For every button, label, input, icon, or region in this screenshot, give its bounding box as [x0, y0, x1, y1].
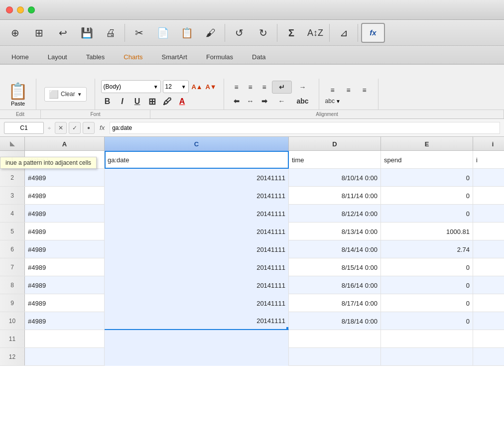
cell-e6[interactable]: 2.74: [381, 240, 473, 258]
cell-f7[interactable]: [473, 258, 504, 276]
col-header-d[interactable]: D: [289, 137, 381, 151]
grid-button[interactable]: ⊞: [28, 23, 50, 43]
cell-a7[interactable]: #4989: [25, 258, 105, 276]
align-top-left-button[interactable]: ≡: [230, 81, 243, 94]
minimize-button[interactable]: [17, 6, 24, 13]
cell-f5[interactable]: [473, 223, 504, 240]
align-center-button[interactable]: ↔: [244, 95, 257, 108]
cell-reference-box[interactable]: C1: [4, 122, 44, 134]
row-header-11[interactable]: 11: [0, 330, 25, 347]
cell-e3[interactable]: 0: [381, 187, 473, 205]
font-size-select[interactable]: 12 ▼: [163, 80, 189, 93]
row-header-12[interactable]: 12: [0, 348, 25, 365]
undo-button[interactable]: ↺: [228, 23, 250, 43]
cell-e8[interactable]: 0: [381, 276, 473, 294]
tab-formulas[interactable]: Formulas: [197, 50, 243, 65]
tab-data[interactable]: Data: [243, 50, 275, 65]
print-button[interactable]: 🖨: [100, 23, 122, 43]
cell-e1[interactable]: spend: [381, 151, 473, 169]
underline-button[interactable]: U: [131, 95, 144, 108]
paste-button[interactable]: 📋 Paste: [8, 82, 28, 107]
col-header-f[interactable]: i: [473, 137, 504, 151]
row-header-8[interactable]: 8: [0, 276, 25, 294]
cell-c4[interactable]: 20141111: [105, 205, 289, 223]
cell-f12[interactable]: [473, 348, 504, 366]
indent-right-button[interactable]: →: [293, 81, 313, 94]
cell-c11[interactable]: [105, 330, 289, 348]
row-header-3[interactable]: 3: [0, 187, 25, 204]
cell-e12[interactable]: [381, 348, 473, 366]
cell-a3[interactable]: #4989: [25, 187, 105, 205]
accept-formula-button[interactable]: ✓: [69, 122, 81, 134]
cell-e9[interactable]: 0: [381, 294, 473, 312]
cell-f4[interactable]: [473, 205, 504, 223]
cell-d6[interactable]: 8/14/14 0:00: [289, 240, 381, 258]
cell-a11[interactable]: [25, 330, 105, 348]
col-header-c[interactable]: C: [105, 137, 289, 151]
expand-formula-button[interactable]: ●: [83, 122, 95, 134]
col-header-a[interactable]: A: [25, 137, 105, 151]
fx-button[interactable]: fx: [361, 23, 385, 43]
tab-layout[interactable]: Layout: [38, 50, 77, 65]
cell-a2[interactable]: #4989: [25, 169, 105, 187]
row-header-7[interactable]: 7: [0, 258, 25, 276]
cell-d7[interactable]: 8/15/14 0:00: [289, 258, 381, 276]
sort-button[interactable]: A↕Z: [304, 23, 326, 43]
cell-f6[interactable]: [473, 240, 504, 258]
row-header-6[interactable]: 6: [0, 240, 25, 258]
tab-smartart[interactable]: SmartArt: [152, 50, 197, 65]
merge-button[interactable]: abc: [293, 95, 313, 108]
align-right-button[interactable]: ➡: [258, 95, 271, 108]
cell-d9[interactable]: 8/17/14 0:00: [289, 294, 381, 312]
copy-button[interactable]: 📄: [152, 23, 174, 43]
cell-f2[interactable]: [473, 169, 504, 187]
align-top-right-button[interactable]: ≡: [258, 81, 271, 94]
cell-f1[interactable]: i: [473, 151, 504, 169]
cell-e4[interactable]: 0: [381, 205, 473, 223]
cell-a5[interactable]: #4989: [25, 223, 105, 240]
align-top-center-button[interactable]: ≡: [244, 81, 257, 94]
cell-c1[interactable]: ga:date: [105, 151, 289, 169]
cell-f9[interactable]: [473, 294, 504, 312]
cell-e5[interactable]: 1000.81: [381, 223, 473, 240]
font-decrease-button[interactable]: A▼: [205, 80, 218, 93]
cell-a12[interactable]: [25, 348, 105, 366]
cell-f3[interactable]: [473, 187, 504, 205]
paste-toolbar-button[interactable]: 📋: [176, 23, 198, 43]
abc-btn-3[interactable]: ≡: [357, 84, 372, 97]
new-button[interactable]: ⊕: [4, 23, 26, 43]
font-color-button[interactable]: A: [176, 95, 189, 108]
cell-c10[interactable]: 20141111: [105, 312, 289, 330]
cell-a10[interactable]: #4989: [25, 312, 105, 330]
row-header-5[interactable]: 5: [0, 223, 25, 240]
cell-d8[interactable]: 8/16/14 0:00: [289, 276, 381, 294]
clear-button[interactable]: ⬜ Clear ▼: [44, 87, 87, 102]
cell-a6[interactable]: #4989: [25, 240, 105, 258]
cell-d11[interactable]: [289, 330, 381, 348]
italic-button[interactable]: I: [116, 95, 129, 108]
cell-a9[interactable]: #4989: [25, 294, 105, 312]
row-header-10[interactable]: 10: [0, 312, 25, 330]
save-button[interactable]: 💾: [76, 23, 98, 43]
tab-home[interactable]: Home: [2, 50, 38, 65]
tab-tables[interactable]: Tables: [77, 50, 115, 65]
align-left-button[interactable]: ⬅: [230, 95, 243, 108]
font-increase-button[interactable]: A▲: [191, 80, 204, 93]
cell-d2[interactable]: 8/10/14 0:00: [289, 169, 381, 187]
cell-d4[interactable]: 8/12/14 0:00: [289, 205, 381, 223]
cell-f10[interactable]: [473, 312, 504, 330]
wrap-text-button[interactable]: ↵: [272, 81, 292, 94]
cell-c9[interactable]: 20141111: [105, 294, 289, 312]
formula-input[interactable]: [110, 122, 500, 134]
indent-left-button[interactable]: ←: [272, 95, 292, 108]
cell-c5[interactable]: 20141111: [105, 223, 289, 240]
abc-btn-2[interactable]: ≡: [341, 84, 356, 97]
row-header-4[interactable]: 4: [0, 205, 25, 222]
cell-f11[interactable]: [473, 330, 504, 348]
cell-d10[interactable]: 8/18/14 0:00: [289, 312, 381, 330]
back-button[interactable]: ↩: [52, 23, 74, 43]
cell-e11[interactable]: [381, 330, 473, 348]
row-header-2[interactable]: 2: [0, 169, 25, 186]
redo-button[interactable]: ↻: [252, 23, 274, 43]
brush-button[interactable]: 🖌: [200, 23, 222, 43]
